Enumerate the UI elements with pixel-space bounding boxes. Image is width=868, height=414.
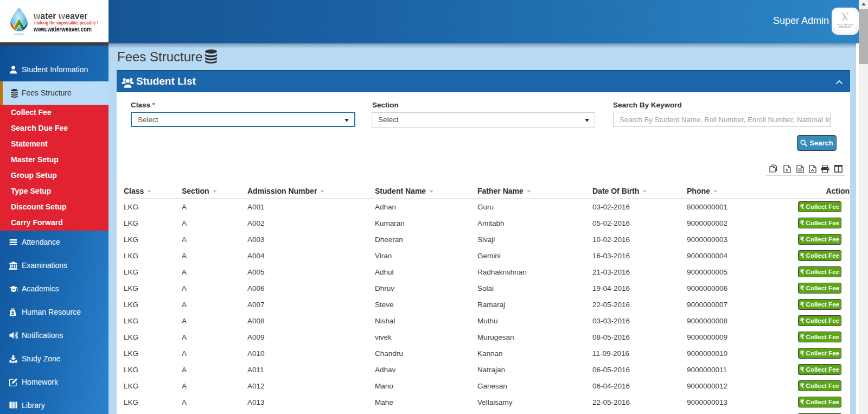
svg-text:x: x [786, 168, 788, 173]
